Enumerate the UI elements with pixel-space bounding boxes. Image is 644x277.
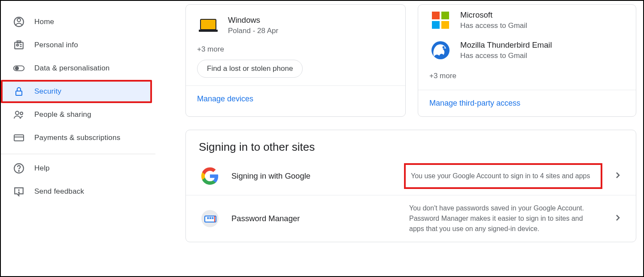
manage-third-party-link[interactable]: Manage third-party access xyxy=(429,99,520,107)
sidebar-item-data-personalisation[interactable]: Data & personalisation xyxy=(1,57,145,80)
sidebar-item-label: Help xyxy=(34,164,50,173)
sidebar-item-label: Home xyxy=(34,18,54,26)
people-icon xyxy=(13,109,25,121)
toggle-icon xyxy=(13,62,25,74)
svg-point-25 xyxy=(443,46,445,49)
signin-section-title: Signing in to other sites xyxy=(186,130,636,157)
laptop-icon xyxy=(197,14,219,37)
option-desc: You use your Google Account to sign in t… xyxy=(404,163,602,189)
sidebar-item-people-sharing[interactable]: People & sharing xyxy=(1,103,145,126)
svg-point-11 xyxy=(20,112,23,115)
device-name: Windows xyxy=(228,15,278,25)
app-name: Microsoft xyxy=(460,10,527,20)
app-name: Mozilla Thunderbird Email xyxy=(460,40,552,50)
find-phone-button[interactable]: Find a lost or stolen phone xyxy=(197,60,303,78)
help-icon xyxy=(13,162,25,174)
svg-point-8 xyxy=(15,67,18,70)
sidebar-item-label: Payments & subscriptions xyxy=(34,134,120,142)
sidebar-item-personal-info[interactable]: Personal info xyxy=(1,33,145,57)
lock-icon xyxy=(13,85,25,97)
card-icon xyxy=(13,132,25,144)
sidebar-item-payments[interactable]: Payments & subscriptions xyxy=(1,126,145,149)
device-row: Windows Poland - 28 Apr xyxy=(197,12,394,42)
home-icon xyxy=(13,16,25,28)
app-access: Has access to Gmail xyxy=(460,52,552,60)
sidebar-item-label: Data & personalisation xyxy=(34,64,109,73)
svg-rect-18 xyxy=(200,19,216,30)
chevron-right-icon xyxy=(613,213,625,225)
svg-point-10 xyxy=(15,111,19,115)
manage-devices-link[interactable]: Manage devices xyxy=(197,94,253,103)
svg-point-15 xyxy=(18,170,19,171)
svg-rect-20 xyxy=(432,12,440,19)
option-password-manager[interactable]: *** Password Manager You don't have pass… xyxy=(186,195,636,242)
chevron-right-icon xyxy=(613,170,625,182)
sidebar-item-label: Personal info xyxy=(34,41,78,49)
main-content: Windows Poland - 28 Apr +3 more Find a l… xyxy=(155,1,644,276)
svg-point-0 xyxy=(17,18,21,22)
sidebar: Home Personal info Data & personalisatio… xyxy=(1,1,155,276)
sidebar-item-feedback[interactable]: Send feedback xyxy=(1,180,145,203)
device-subtitle: Poland - 28 Apr xyxy=(228,27,278,35)
sidebar-item-label: People & sharing xyxy=(34,110,91,119)
signin-card: Signing in to other sites Signing in wit… xyxy=(185,130,636,242)
option-desc: You don't have passwords saved in your G… xyxy=(409,203,602,234)
app-access: Has access to Gmail xyxy=(460,21,527,30)
option-signin-with-google[interactable]: Signing in with Google You use your Goog… xyxy=(186,157,636,195)
svg-rect-2 xyxy=(15,43,23,49)
app-row: Mozilla Thunderbird Email Has access to … xyxy=(429,39,625,69)
option-label: Password Manager xyxy=(231,214,399,223)
svg-point-17 xyxy=(18,192,19,193)
app-row: Microsoft Has access to Gmail xyxy=(429,9,625,39)
badge-icon xyxy=(13,39,25,51)
password-manager-icon: *** xyxy=(199,207,221,230)
apps-more[interactable]: +3 more xyxy=(429,72,625,80)
microsoft-icon xyxy=(429,9,452,31)
svg-text:***: *** xyxy=(207,216,214,222)
devices-card: Windows Poland - 28 Apr +3 more Find a l… xyxy=(185,4,406,117)
svg-rect-19 xyxy=(199,30,218,32)
sidebar-item-label: Security xyxy=(34,87,61,96)
svg-rect-12 xyxy=(14,135,24,141)
sidebar-item-label: Send feedback xyxy=(34,187,84,196)
sidebar-divider xyxy=(1,154,155,154)
svg-rect-9 xyxy=(16,91,22,95)
svg-point-4 xyxy=(17,44,18,46)
option-label: Signing in with Google xyxy=(231,171,399,181)
feedback-icon xyxy=(13,186,25,198)
sidebar-item-home[interactable]: Home xyxy=(1,10,145,33)
thunderbird-icon xyxy=(429,39,452,61)
svg-rect-22 xyxy=(432,21,440,29)
svg-rect-21 xyxy=(441,12,449,19)
sidebar-item-security[interactable]: Security xyxy=(1,80,152,103)
sidebar-item-help[interactable]: Help xyxy=(1,157,145,180)
svg-rect-23 xyxy=(441,21,449,29)
apps-card: Microsoft Has access to Gmail Mozilla Th… xyxy=(418,4,636,117)
google-g-icon xyxy=(199,165,221,187)
devices-more[interactable]: +3 more xyxy=(197,45,394,54)
